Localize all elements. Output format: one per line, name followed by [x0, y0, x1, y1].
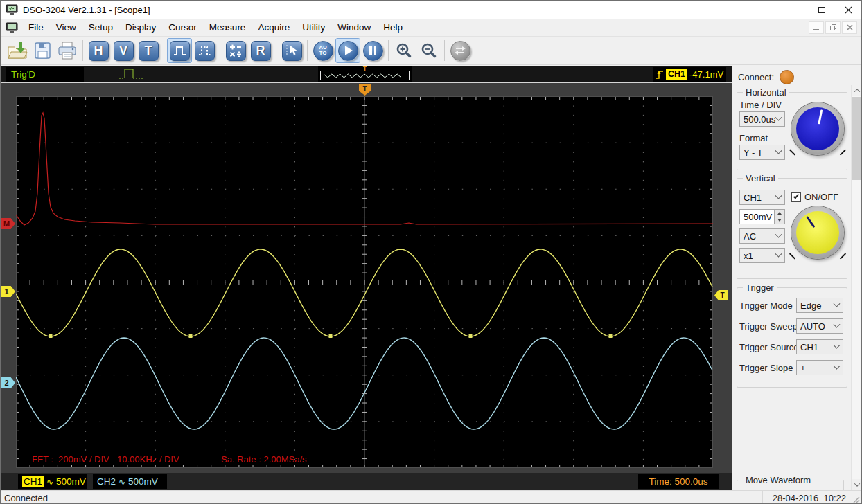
run-button[interactable]	[335, 38, 360, 63]
toolbar-separator	[82, 40, 83, 61]
trigger-position-marker[interactable]: T	[359, 84, 371, 96]
mdi-close-button[interactable]	[842, 21, 857, 34]
trigger-source-badge: CH1	[666, 69, 687, 80]
toolbar: H V T R AUTO	[1, 37, 861, 65]
math-operators-icon	[229, 44, 243, 57]
stepper-down-button[interactable]	[775, 217, 784, 224]
horizontal-h-icon: H	[89, 41, 109, 61]
menu-utility[interactable]: Utility	[296, 19, 331, 35]
app-window: DSO-3204 Ver2.1.31 - [Scope1] File View …	[0, 0, 862, 504]
channel-onoff[interactable]: ON/OFF	[791, 192, 838, 202]
fft-sample-rate-label: Sa. Rate : 2.00MSa/s	[221, 454, 307, 465]
math-button[interactable]	[223, 38, 248, 63]
close-button[interactable]	[835, 1, 861, 19]
trigger-slope-select[interactable]: +	[796, 360, 843, 375]
menu-window[interactable]: Window	[331, 19, 377, 35]
app-icon	[6, 4, 18, 15]
menu-display[interactable]: Display	[119, 19, 162, 35]
pause-button[interactable]	[360, 38, 385, 63]
chevron-down-icon	[834, 362, 841, 369]
trigger-level-marker[interactable]: T	[714, 290, 728, 300]
toolbar-separator	[307, 40, 308, 61]
waveform-preview[interactable]: T	[318, 66, 412, 82]
refresh-button[interactable]: R	[248, 38, 273, 63]
ch2-zero-marker[interactable]: 2	[1, 377, 15, 388]
format-label: Format	[739, 133, 768, 143]
scope-area: Trig'D T CH1 -47.1mV	[1, 66, 732, 490]
math-channel-marker[interactable]: M	[1, 218, 15, 229]
mdi-minimize-button[interactable]	[809, 21, 824, 34]
mdi-restore-button[interactable]	[825, 21, 841, 34]
ch1-readout: CH1 ∿ 500mV	[18, 474, 87, 489]
close-icon	[845, 6, 852, 14]
vertical-v-icon: V	[114, 41, 134, 61]
menu-acquire[interactable]: Acquire	[252, 19, 296, 35]
timebase-readout: Time: 500.0us	[638, 474, 719, 489]
horizontal-setup-button[interactable]: H	[86, 38, 111, 63]
menu-file[interactable]: File	[22, 19, 50, 35]
menu-help[interactable]: Help	[377, 19, 409, 35]
menu-cursor[interactable]: Cursor	[162, 19, 203, 35]
trigger-t-icon: T	[139, 41, 159, 61]
channel-select[interactable]: CH1	[739, 190, 785, 205]
maximize-button[interactable]	[809, 1, 835, 19]
zoom-in-icon	[396, 42, 412, 59]
time-div-knob[interactable]	[791, 102, 844, 155]
volt-div-stepper[interactable]: 500mV	[739, 209, 785, 224]
scroll-up-button[interactable]	[852, 85, 862, 96]
chevron-down-icon	[834, 321, 841, 327]
ch2-badge: CH2	[97, 476, 116, 487]
ch2-coupling-icon: ∿	[118, 477, 125, 487]
menu-setup[interactable]: Setup	[82, 19, 119, 35]
menu-measure[interactable]: Measure	[203, 19, 252, 35]
scroll-down-button[interactable]	[852, 479, 862, 490]
continuous-waveform-button[interactable]	[192, 38, 217, 63]
resize-grip[interactable]	[853, 496, 860, 503]
vertical-setup-button[interactable]: V	[111, 38, 136, 63]
open-button[interactable]	[5, 38, 30, 63]
scope-channel-bar: CH1 ∿ 500mV CH2 ∿ 500mV Time: 500.0us	[1, 473, 732, 490]
coupling-select[interactable]: AC	[739, 228, 785, 244]
trigger-setup-button[interactable]: T	[136, 38, 161, 63]
vertical-group-title: Vertical	[743, 173, 778, 183]
connection-status: Connected	[1, 493, 48, 503]
format-select[interactable]: Y - T	[739, 145, 785, 160]
status-bar: Connected 28-04-2016 10:22	[1, 490, 861, 504]
menu-bar: File View Setup Display Cursor Measure A…	[1, 19, 861, 37]
connect-label: Connect:	[738, 72, 774, 82]
probe-select[interactable]: x1	[739, 248, 785, 263]
onoff-checkbox[interactable]	[791, 192, 801, 202]
transfer-arrows-icon	[454, 45, 466, 56]
zoom-out-button[interactable]	[416, 38, 441, 63]
volt-div-knob[interactable]	[791, 206, 844, 259]
chevron-down-icon	[775, 231, 782, 237]
move-waveform-title: Move Waveform	[743, 475, 813, 485]
trigger-mode-select[interactable]: Edge	[796, 298, 843, 313]
scope-status-bar: Trig'D T CH1 -47.1mV	[1, 66, 732, 83]
ch1-zero-marker[interactable]: 1	[1, 286, 15, 297]
trigger-slope-label: Trigger Slope	[739, 363, 793, 373]
fft-scale-label: FFT : 200mV / DIV	[32, 454, 109, 465]
chevron-down-icon	[775, 147, 782, 154]
cursor-arrow-icon	[284, 44, 299, 57]
zoom-in-button[interactable]	[392, 38, 416, 63]
refresh-r-icon: R	[251, 41, 271, 61]
stepper-up-button[interactable]	[775, 210, 784, 217]
transfer-button[interactable]	[448, 38, 473, 63]
trigger-sweep-select[interactable]: AUTO	[796, 318, 843, 334]
save-button[interactable]	[30, 38, 55, 63]
minimize-button[interactable]	[782, 1, 809, 19]
trigger-source-select[interactable]: CH1	[796, 339, 843, 354]
panel-scrollbar[interactable]	[851, 85, 862, 490]
single-waveform-button[interactable]	[167, 38, 192, 63]
cursor-measure-button[interactable]	[279, 38, 304, 63]
print-button[interactable]	[55, 38, 80, 63]
ch1-badge: CH1	[22, 476, 44, 487]
menu-view[interactable]: View	[50, 19, 82, 35]
autoset-button[interactable]: AUTO	[310, 38, 335, 63]
fft-frequency-label: 10.00KHz / DIV	[117, 454, 179, 465]
chevron-up-icon	[854, 89, 859, 94]
scrollbar-thumb[interactable]	[852, 97, 861, 180]
horizontal-group-title: Horizontal	[743, 87, 789, 98]
time-div-select[interactable]: 500.0us	[739, 111, 785, 127]
